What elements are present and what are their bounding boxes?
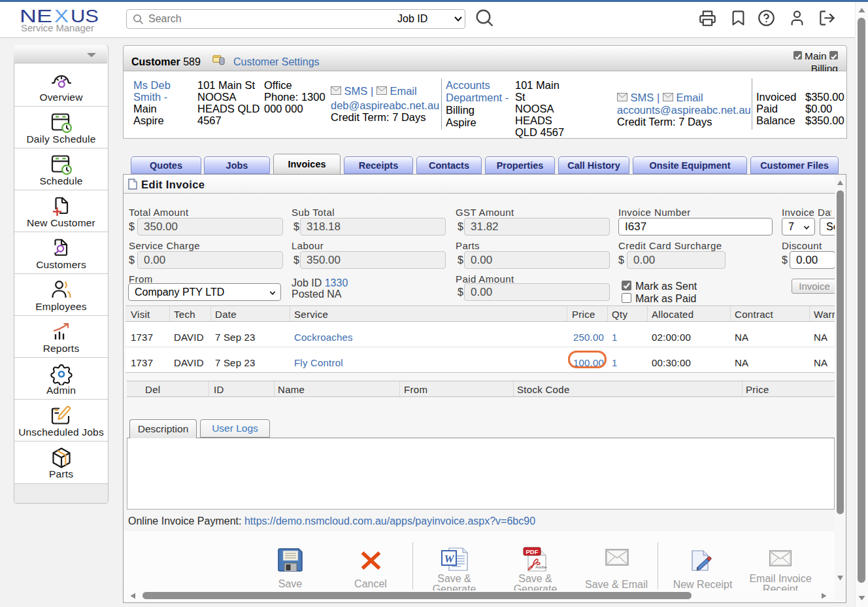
svg-text:PDF: PDF	[526, 548, 539, 555]
svg-text:Adobe: Adobe	[535, 565, 547, 569]
svg-text:Service Manager: Service Manager	[21, 23, 94, 33]
svg-text:W: W	[444, 553, 455, 565]
